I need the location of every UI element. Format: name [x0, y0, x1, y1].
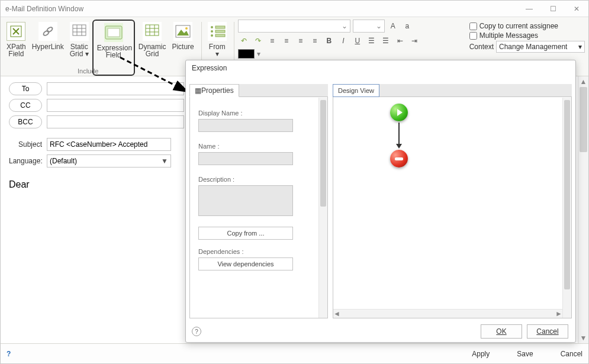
- language-label: Language:: [9, 157, 47, 165]
- static-grid-label: Static Grid ▾: [70, 43, 89, 57]
- bullet-list-icon[interactable]: ☰: [366, 35, 378, 47]
- dependencies-label: Dependencies :: [198, 248, 314, 255]
- svg-rect-20: [215, 34, 225, 37]
- cancel-button[interactable]: Cancel: [561, 350, 582, 358]
- grow-font-icon[interactable]: A: [387, 20, 399, 32]
- picture-icon: [173, 22, 192, 41]
- design-canvas[interactable]: ▴▾: [333, 98, 562, 309]
- properties-panel: ▦Properties Display Name : Name : Descri…: [189, 84, 328, 318]
- cc-button[interactable]: CC: [9, 99, 42, 112]
- italic-icon[interactable]: I: [337, 35, 349, 47]
- help-icon[interactable]: ?: [7, 350, 11, 358]
- align-left-icon[interactable]: ≡: [266, 35, 278, 47]
- from-icon: [208, 22, 227, 41]
- copy-to-assignee-checkbox[interactable]: Copy to current assignee: [469, 22, 585, 30]
- dynamic-grid-icon: [143, 22, 162, 41]
- subject-label: Subject: [9, 140, 47, 149]
- context-combo[interactable]: Change Management▾: [496, 41, 585, 53]
- svg-rect-3: [73, 25, 86, 36]
- svg-rect-10: [146, 25, 159, 36]
- hyperlink-button[interactable]: HyperLink: [30, 20, 66, 76]
- expression-dialog: Expression ▦Properties Display Name : Na…: [185, 60, 576, 343]
- main-scrollbar[interactable]: ▲ ▼: [578, 76, 588, 343]
- underline-icon[interactable]: U: [352, 35, 363, 47]
- to-input[interactable]: [47, 82, 184, 95]
- hyperlink-icon: [38, 22, 57, 41]
- dynamic-grid-label: Dynamic Grid: [139, 43, 166, 57]
- undo-icon[interactable]: ↶: [238, 35, 250, 47]
- svg-point-23: [211, 34, 213, 37]
- xpath-icon: [7, 22, 25, 41]
- bcc-input[interactable]: [47, 115, 184, 128]
- number-list-icon[interactable]: ☰: [380, 35, 392, 47]
- scroll-down-icon[interactable]: ▼: [578, 333, 588, 343]
- align-justify-icon[interactable]: ≡: [309, 35, 321, 47]
- multiple-messages-checkbox[interactable]: Multiple Messages: [469, 31, 585, 40]
- svg-rect-19: [215, 30, 225, 33]
- design-view-tab[interactable]: Design View: [333, 84, 379, 97]
- design-view-panel: Design View ◄► ▴▾: [333, 84, 572, 318]
- end-node-icon[interactable]: [390, 150, 408, 167]
- name-label: Name :: [198, 143, 314, 150]
- description-label: Description :: [198, 176, 314, 183]
- properties-tab[interactable]: ▦Properties: [189, 84, 239, 97]
- properties-tab-icon: ▦: [195, 86, 201, 95]
- grid-icon: [70, 22, 89, 41]
- group-label-include: Include: [78, 67, 98, 75]
- svg-point-17: [185, 27, 188, 30]
- design-vscrollbar[interactable]: [562, 98, 571, 318]
- font-size-combo[interactable]: ⌄: [353, 20, 385, 33]
- description-input[interactable]: [198, 185, 293, 216]
- close-button[interactable]: ✕: [565, 1, 588, 17]
- expression-field-button[interactable]: Expression Field: [92, 20, 135, 76]
- dialog-title: Expression: [186, 60, 575, 76]
- copy-from-button[interactable]: Copy from ...: [198, 227, 293, 240]
- design-hscrollbar[interactable]: ◄►: [333, 309, 562, 318]
- connector-arrow-icon: [396, 144, 402, 149]
- redo-icon[interactable]: ↷: [252, 35, 264, 47]
- maximize-button[interactable]: ☐: [541, 1, 565, 17]
- subject-input[interactable]: RFC <CaseNumber> Accepted: [47, 138, 171, 151]
- ok-button[interactable]: OK: [481, 324, 522, 339]
- connector-line: [398, 123, 400, 145]
- dialog-help-icon[interactable]: ?: [192, 327, 201, 336]
- scroll-thumb[interactable]: [580, 87, 587, 152]
- language-select[interactable]: (Default)▼: [47, 154, 171, 167]
- outdent-icon[interactable]: ⇤: [394, 35, 406, 47]
- font-family-combo[interactable]: ⌄: [238, 20, 350, 33]
- svg-point-2: [46, 27, 53, 33]
- to-button[interactable]: To: [9, 82, 42, 95]
- from-label: From▾: [209, 43, 226, 57]
- start-node-icon[interactable]: [390, 104, 408, 121]
- dialog-footer: ? OK Cancel: [186, 321, 575, 342]
- scroll-up-icon[interactable]: ▲: [578, 76, 588, 87]
- apply-button[interactable]: Apply: [472, 350, 490, 358]
- svg-marker-16: [177, 30, 189, 36]
- shrink-font-icon[interactable]: a: [401, 20, 413, 32]
- cc-input[interactable]: [47, 99, 184, 112]
- display-name-label: Display Name :: [198, 109, 314, 117]
- expression-field-label: Expression Field: [97, 44, 130, 59]
- svg-point-22: [211, 30, 213, 33]
- display-name-input[interactable]: [198, 119, 293, 132]
- save-button[interactable]: Save: [517, 350, 533, 358]
- window-footer: ? Apply Save Cancel: [1, 343, 588, 363]
- window-title: e-Mail Definition Window: [5, 5, 83, 13]
- minimize-button[interactable]: —: [517, 1, 541, 17]
- dialog-cancel-button[interactable]: Cancel: [527, 324, 568, 339]
- svg-rect-18: [215, 26, 225, 28]
- dynamic-grid-button[interactable]: Dynamic Grid: [136, 20, 169, 76]
- bold-icon[interactable]: B: [323, 35, 335, 47]
- xpath-field-button[interactable]: XPath Field: [4, 20, 28, 76]
- align-right-icon[interactable]: ≡: [295, 35, 307, 47]
- view-dependencies-button[interactable]: View dependencies: [198, 257, 293, 270]
- svg-point-1: [43, 30, 50, 37]
- context-label: Context: [469, 43, 494, 51]
- name-input[interactable]: [198, 152, 293, 165]
- font-color-icon[interactable]: [238, 49, 255, 59]
- picture-label: Picture: [172, 43, 194, 50]
- bcc-button[interactable]: BCC: [9, 115, 42, 128]
- indent-icon[interactable]: ⇥: [408, 35, 420, 47]
- properties-scrollbar[interactable]: [318, 98, 327, 318]
- align-center-icon[interactable]: ≡: [281, 35, 292, 47]
